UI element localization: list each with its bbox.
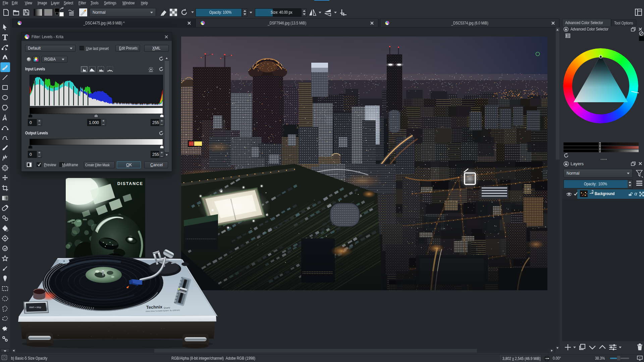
svg-text:Technix: Technix [146, 304, 163, 310]
svg-text:DISTANCE: DISTANCE [117, 181, 143, 186]
svg-text:start • stop: start • stop [29, 306, 41, 309]
